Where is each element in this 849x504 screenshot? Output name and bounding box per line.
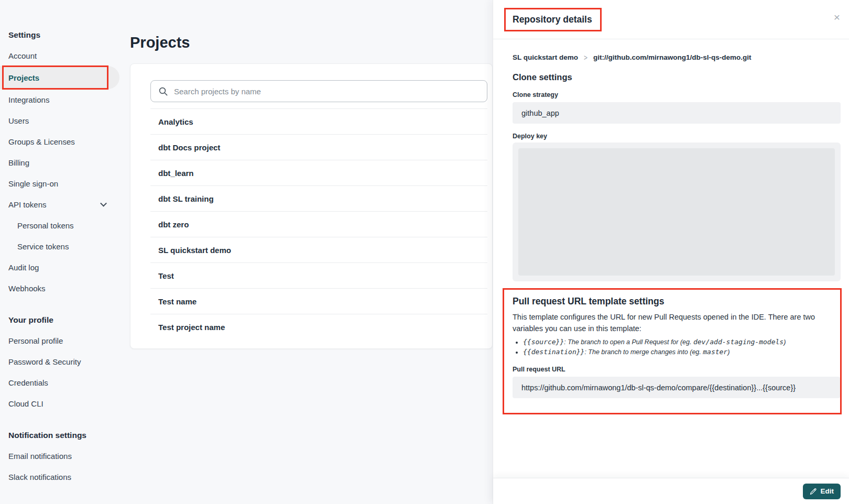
sidebar-item-label: Password & Security <box>8 357 81 366</box>
project-row[interactable]: dbt Docs project <box>150 134 487 160</box>
pr-template-heading: Pull request URL template settings <box>513 296 840 307</box>
sidebar-item[interactable]: Settings <box>0 25 122 45</box>
sidebar-item-label: Audit log <box>8 263 39 272</box>
breadcrumb-repo-url: git://github.com/mirnawong1/db-sl-qs-dem… <box>593 53 751 61</box>
pencil-icon <box>810 488 817 495</box>
sidebar-item-label: Credentials <box>8 378 48 387</box>
sidebar-item[interactable]: Notification settings <box>0 425 122 445</box>
panel-body: SL quickstart demo > git://github.com/mi… <box>493 39 849 414</box>
sidebar-item-label: Single sign-on <box>8 179 58 188</box>
breadcrumb-project[interactable]: SL quickstart demo <box>513 53 578 61</box>
close-icon[interactable]: × <box>834 12 840 23</box>
sidebar-item-label: Slack notifications <box>8 473 71 481</box>
panel-footer: Edit <box>493 478 849 504</box>
search-input[interactable] <box>173 86 481 96</box>
sidebar-item-label: Personal tokens <box>17 221 74 230</box>
project-row[interactable]: dbt_learn <box>150 160 487 185</box>
sidebar-item-label: Service tokens <box>17 242 69 251</box>
sidebar-item-label: Webhooks <box>8 284 46 293</box>
sidebar-item[interactable]: Credentials <box>0 372 122 393</box>
search-icon <box>159 87 168 96</box>
project-name: Analytics <box>158 117 193 126</box>
project-name: dbt SL training <box>158 194 214 203</box>
pull-request-url-label: Pull request URL <box>513 366 840 373</box>
projects-card: Analytics dbt Docs project dbt_learn dbt… <box>130 63 493 349</box>
sidebar-item[interactable]: Cloud CLI <box>0 393 122 414</box>
sidebar-item-label: Personal profile <box>8 336 63 345</box>
breadcrumb-separator-icon: > <box>584 53 587 62</box>
sidebar-item-label: Email notifications <box>8 452 72 461</box>
sidebar-item[interactable]: API tokens <box>0 194 122 215</box>
sidebar-item[interactable]: Service tokens <box>0 236 122 257</box>
project-name: dbt Docs project <box>158 143 220 152</box>
panel-title: Repository details <box>513 14 592 25</box>
project-search[interactable] <box>150 80 487 102</box>
sidebar-item-label: Integrations <box>8 95 49 104</box>
sidebar-item-label: Billing <box>8 158 29 167</box>
project-row[interactable]: Test <box>150 262 487 288</box>
sidebar-item[interactable]: Users <box>0 110 122 131</box>
repository-details-panel: Repository details × SL quickstart demo … <box>493 0 849 504</box>
sidebar-item-label: Groups & Licenses <box>8 137 75 146</box>
sidebar-item[interactable]: Slack notifications <box>0 466 122 487</box>
pr-variable-item: {{source}}: The branch to open a Pull Re… <box>523 337 840 347</box>
sidebar-item-label: Users <box>8 116 29 125</box>
sidebar-item-label: Notification settings <box>8 431 86 440</box>
annotation-box-title: Repository details <box>504 8 602 31</box>
panel-header: Repository details × <box>493 0 849 39</box>
pull-request-url-field: https://github.com/mirnawong1/db-sl-qs-d… <box>513 377 840 398</box>
sidebar-item[interactable]: Integrations <box>0 89 122 110</box>
page-title: Projects <box>130 34 190 51</box>
settings-sidebar: Settings Account Projects Integrations U… <box>0 0 122 487</box>
pull-request-url-value: https://github.com/mirnawong1/db-sl-qs-d… <box>521 384 796 392</box>
sidebar-item-label: API tokens <box>8 200 47 209</box>
edit-button-label: Edit <box>821 487 834 495</box>
project-name: Test name <box>158 297 197 306</box>
breadcrumb: SL quickstart demo > git://github.com/mi… <box>513 53 841 61</box>
project-row[interactable]: Test project name <box>150 314 487 339</box>
project-name: Test project name <box>158 323 225 332</box>
clone-strategy-field: github_app <box>513 102 841 124</box>
project-name: SL quickstart demo <box>158 246 231 255</box>
sidebar-item[interactable]: Single sign-on <box>0 173 122 194</box>
edit-button[interactable]: Edit <box>803 484 841 499</box>
project-name: dbt zero <box>158 220 189 229</box>
sidebar-item[interactable]: Personal tokens <box>0 215 122 236</box>
project-row[interactable]: Test name <box>150 288 487 314</box>
project-row[interactable]: SL quickstart demo <box>150 237 487 262</box>
project-name: dbt_learn <box>158 169 194 178</box>
clone-settings-heading: Clone settings <box>513 72 841 82</box>
clone-strategy-value: github_app <box>521 109 559 117</box>
sidebar-item-label: Account <box>8 51 37 60</box>
sidebar-item[interactable]: Webhooks <box>0 278 122 299</box>
sidebar-item[interactable]: Groups & Licenses <box>0 131 122 152</box>
project-list: Analytics dbt Docs project dbt_learn dbt… <box>150 108 487 339</box>
sidebar-item[interactable]: Audit log <box>0 257 122 278</box>
pr-template-variables: {{source}}: The branch to open a Pull Re… <box>513 337 840 357</box>
sidebar-item[interactable]: Billing <box>0 152 122 173</box>
sidebar-item[interactable]: Projects <box>0 66 119 89</box>
chevron-down-icon <box>100 200 107 207</box>
project-row[interactable]: dbt SL training <box>150 185 487 211</box>
sidebar-item[interactable]: Personal profile <box>0 330 122 351</box>
annotation-box-pr-section: Pull request URL template settings This … <box>503 288 842 414</box>
project-name: Test <box>158 271 174 280</box>
sidebar-item-label: Projects <box>8 73 39 82</box>
sidebar-item[interactable]: Password & Security <box>0 351 122 372</box>
sidebar-item-label: Your profile <box>8 315 53 325</box>
sidebar-item[interactable]: Your profile <box>0 310 122 330</box>
sidebar-item[interactable]: Email notifications <box>0 445 122 466</box>
sidebar-item-label: Settings <box>8 30 40 40</box>
deploy-key-redacted-value <box>518 148 835 276</box>
deploy-key-label: Deploy key <box>513 133 841 140</box>
deploy-key-field <box>513 143 841 281</box>
clone-strategy-label: Clone strategy <box>513 91 841 98</box>
pr-template-description: This template configures the URL for new… <box>513 311 840 334</box>
project-row[interactable]: Analytics <box>150 108 487 134</box>
sidebar-item-label: Cloud CLI <box>8 399 43 408</box>
sidebar-item[interactable]: Account <box>0 45 122 66</box>
pr-variable-item: {{destination}}: The branch to merge cha… <box>523 347 840 357</box>
project-row[interactable]: dbt zero <box>150 211 487 237</box>
